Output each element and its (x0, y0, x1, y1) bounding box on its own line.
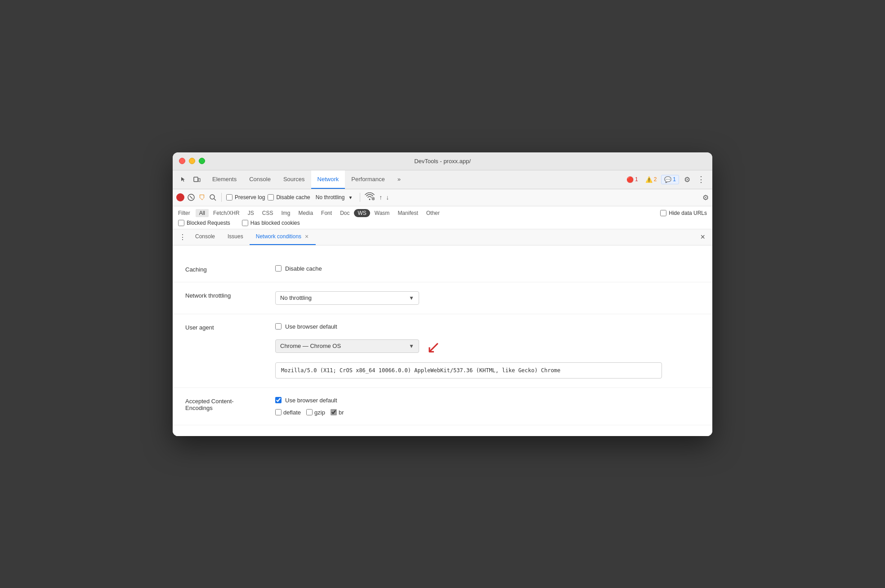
throttling-dropdown[interactable]: No throttling ▼ (275, 291, 419, 305)
caching-row: Caching Disable cache (173, 256, 712, 282)
preserve-log-checkbox[interactable] (226, 194, 232, 200)
tab-bar-tools (174, 173, 206, 186)
download-icon[interactable]: ↓ (386, 194, 389, 201)
filter-type-media[interactable]: Media (295, 209, 317, 217)
encodings-label: Accepted Content- Encodings (185, 397, 275, 411)
filter-row1: Filter All Fetch/XHR JS CSS Img Media Fo… (178, 209, 707, 217)
info-badge[interactable]: 💬 1 (661, 175, 679, 184)
throttle-select[interactable]: No throttling ▼ (313, 193, 356, 201)
tab-more[interactable]: » (391, 170, 407, 189)
network-conditions-content: Caching Disable cache Network throttling… (173, 245, 712, 436)
svg-rect-1 (198, 178, 200, 182)
clear-icon[interactable] (187, 193, 195, 201)
br-label[interactable]: br (331, 409, 344, 416)
filter-icon[interactable]: ⛉ (198, 193, 206, 201)
bottom-panel-close-icon[interactable]: × (697, 232, 709, 242)
bottom-tabs-menu-icon[interactable]: ⋮ (176, 233, 189, 241)
search-icon[interactable] (209, 193, 217, 201)
filter-type-fetchxhr[interactable]: Fetch/XHR (210, 209, 243, 217)
throttling-control: No throttling ▼ (275, 291, 700, 305)
user-agent-dropdown[interactable]: Chrome — Chrome OS ▼ (275, 339, 419, 353)
error-badge[interactable]: 🔴 1 (624, 175, 641, 184)
filter-type-font[interactable]: Font (317, 209, 335, 217)
throttling-row: Network throttling No throttling ▼ (173, 282, 712, 314)
filter-type-other[interactable]: Other (423, 209, 443, 217)
disable-cache-checkbox-label[interactable]: Disable cache (268, 194, 310, 200)
red-arrow-annotation: ↙ (426, 337, 441, 357)
network-toolbar: ⛉ Preserve log Disable cache No throttli… (173, 189, 712, 206)
ua-string-box[interactable]: Mozilla/5.0 (X11; CrOS x86_64 10066.0.0)… (275, 362, 662, 379)
filter-type-ws[interactable]: WS (354, 209, 370, 217)
use-browser-default-label[interactable]: Use browser default (275, 323, 700, 330)
tabs-list: Elements Console Sources Network Perform… (206, 170, 620, 189)
filter-type-css[interactable]: CSS (259, 209, 277, 217)
use-browser-default-enc-label[interactable]: Use browser default (275, 397, 700, 404)
upload-download-icons: ↑ ↓ (379, 194, 389, 201)
filter-type-doc[interactable]: Doc (336, 209, 353, 217)
bottom-tab-console[interactable]: Console (189, 229, 221, 245)
title-bar: DevTools - proxx.app/ (173, 152, 712, 170)
use-browser-default-checkbox[interactable] (275, 323, 282, 330)
filter-type-img[interactable]: Img (277, 209, 294, 217)
has-blocked-cookies-checkbox[interactable] (242, 220, 248, 226)
user-agent-row: User agent Use browser default Chrome — … (173, 314, 712, 388)
ua-dropdown-row: Chrome — Chrome OS ▼ ↙ (275, 335, 700, 357)
blocked-requests-label[interactable]: Blocked Requests (178, 220, 230, 226)
devtools-body: Elements Console Sources Network Perform… (173, 170, 712, 436)
maximize-button[interactable] (199, 158, 205, 164)
more-menu-icon[interactable]: ⋮ (695, 174, 707, 184)
svg-rect-0 (194, 177, 198, 182)
encodings-control: Use browser default deflate gzip (275, 397, 700, 416)
tab-console[interactable]: Console (243, 170, 277, 189)
warning-badge[interactable]: ⚠️ 2 (643, 175, 660, 184)
use-browser-default-enc-checkbox[interactable] (275, 397, 282, 403)
deflate-label[interactable]: deflate (275, 409, 301, 416)
bottom-tab-issues[interactable]: Issues (221, 229, 250, 245)
user-agent-control: Use browser default Chrome — Chrome OS ▼… (275, 323, 700, 379)
dropdown-arrow-icon: ▼ (409, 295, 414, 301)
traffic-lights (179, 158, 205, 164)
filter-label: Filter (178, 210, 190, 216)
br-checkbox[interactable] (331, 409, 337, 415)
caching-label: Caching (185, 265, 275, 273)
disable-cache-main-checkbox[interactable] (275, 265, 282, 272)
encodings-checkboxes: deflate gzip br (275, 409, 700, 416)
cursor-icon[interactable] (177, 173, 190, 186)
disable-cache-checkbox[interactable] (268, 194, 274, 200)
filter-type-js[interactable]: JS (244, 209, 258, 217)
caching-control: Disable cache (275, 265, 700, 272)
filter-type-wasm[interactable]: Wasm (371, 209, 393, 217)
filter-type-manifest[interactable]: Manifest (394, 209, 421, 217)
wifi-settings-icon[interactable] (365, 192, 375, 202)
tab-performance[interactable]: Performance (345, 170, 391, 189)
preserve-log-checkbox-label[interactable]: Preserve log (226, 194, 265, 200)
tab-bar: Elements Console Sources Network Perform… (173, 170, 712, 189)
record-button[interactable] (176, 193, 184, 201)
tab-network[interactable]: Network (311, 170, 345, 189)
encodings-row: Accepted Content- Encodings Use browser … (173, 388, 712, 425)
deflate-checkbox[interactable] (275, 409, 282, 415)
has-blocked-cookies-label[interactable]: Has blocked cookies (242, 220, 300, 226)
tab-sources[interactable]: Sources (277, 170, 311, 189)
filter-type-all[interactable]: All (196, 209, 209, 217)
throttling-label: Network throttling (185, 291, 275, 299)
settings-icon[interactable]: ⚙ (681, 173, 693, 186)
gzip-label[interactable]: gzip (306, 409, 325, 416)
hide-data-urls-label[interactable]: Hide data URLs (660, 210, 707, 216)
tab-elements[interactable]: Elements (206, 170, 243, 189)
close-network-conditions-tab[interactable]: × (304, 233, 309, 240)
bottom-tab-network-conditions[interactable]: Network conditions × (250, 229, 316, 245)
tab-bar-right: 🔴 1 ⚠️ 2 💬 1 ⚙ ⋮ (620, 173, 711, 186)
close-button[interactable] (179, 158, 185, 164)
blocked-requests-checkbox[interactable] (178, 220, 184, 226)
gzip-checkbox[interactable] (306, 409, 313, 415)
disable-cache-main-label[interactable]: Disable cache (275, 265, 700, 272)
separator2 (360, 193, 360, 202)
network-settings-icon[interactable]: ⚙ (702, 193, 709, 202)
upload-icon[interactable]: ↑ (379, 194, 382, 201)
minimize-button[interactable] (189, 158, 195, 164)
hide-data-urls-checkbox[interactable] (660, 210, 666, 216)
user-agent-label: User agent (185, 323, 275, 331)
device-toggle-icon[interactable] (191, 173, 203, 186)
filter-types: All Fetch/XHR JS CSS Img Media Font Doc … (196, 209, 443, 217)
